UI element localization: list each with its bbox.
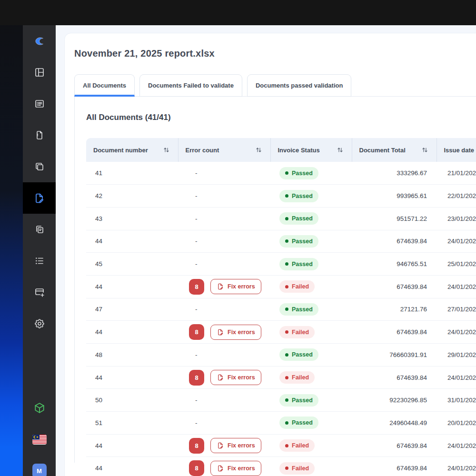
status-label: Passed — [292, 419, 313, 426]
fix-errors-button[interactable]: Fix errors — [210, 438, 261, 453]
cell-document-total: 27121.76 — [352, 298, 436, 321]
fix-errors-label: Fix errors — [228, 329, 255, 336]
file-icon — [34, 129, 45, 141]
table-row: 448Fix errorsFailed674639.8424/01/2025 — [86, 366, 476, 389]
sort-icon[interactable] — [256, 147, 262, 153]
left-gradient-rail — [0, 0, 23, 476]
table-row: 45-Passed946765.5125/01/2025 — [86, 253, 476, 276]
cell-document-number: 44 — [86, 434, 178, 457]
sidebar-item-m-app[interactable]: M — [23, 455, 56, 476]
cell-document-number: 44 — [86, 275, 178, 298]
column-error-count: Error count — [178, 138, 270, 162]
cell-document-total: 76660391.91 — [352, 344, 436, 367]
status-dot — [285, 353, 288, 357]
error-count-wrap: 8Fix errors — [189, 460, 270, 476]
sidebar-spacer — [23, 339, 56, 392]
cell-issue-date: 20/01/2025 — [436, 412, 476, 435]
column-label: Error count — [186, 147, 219, 154]
cell-document-total: 674639.84 — [352, 321, 436, 344]
sidebar-item-validate-active[interactable] — [23, 182, 56, 214]
fix-errors-label: Fix errors — [228, 442, 255, 449]
list-details-icon — [34, 98, 45, 109]
column-label: Invoice Status — [278, 147, 320, 154]
error-count-badge: 8 — [189, 279, 204, 295]
cell-document-total: 674639.84 — [352, 434, 436, 457]
cell-document-number: 50 — [86, 389, 178, 412]
status-dot — [285, 398, 288, 402]
error-count-badge: 8 — [189, 438, 204, 454]
fix-errors-label: Fix errors — [228, 283, 255, 290]
column-invoice-status: Invoice Status — [270, 138, 352, 162]
top-black-band — [0, 0, 476, 25]
section-title: All Documents (41/41) — [86, 113, 476, 122]
sort-icon[interactable] — [422, 147, 428, 153]
status-label: Failed — [292, 329, 309, 336]
tab-documents-failed[interactable]: Documents Failed to validate — [139, 74, 242, 97]
fix-errors-button[interactable]: Fix errors — [210, 370, 261, 385]
cell-document-number: 48 — [86, 344, 178, 367]
status-badge-failed: Failed — [279, 280, 315, 293]
cell-error-count: 8Fix errors — [178, 366, 270, 389]
sidebar-logo[interactable] — [23, 25, 56, 57]
status-badge-passed: Passed — [279, 394, 318, 407]
sidebar-item-language-flag[interactable] — [23, 424, 56, 455]
status-dot — [285, 330, 288, 334]
cell-issue-date: 24/01/2025 — [436, 366, 476, 389]
table-row: 41-Passed333296.6721/01/2025 — [86, 162, 476, 185]
fix-errors-button[interactable]: Fix errors — [210, 279, 261, 294]
cell-document-number: 44 — [86, 230, 178, 253]
error-count-wrap: 8Fix errors — [189, 370, 270, 386]
cell-invoice-status: Passed — [270, 162, 352, 185]
sidebar-item-file[interactable] — [23, 119, 56, 151]
table-row: 448Fix errorsFailed674639.8424/01/2025 — [86, 434, 476, 457]
file-edit-icon — [217, 465, 224, 472]
table-row: 448Fix errorsFailed674639.8424/01/2025 — [86, 275, 476, 298]
cell-error-count: 8Fix errors — [178, 275, 270, 298]
cell-error-count: - — [178, 298, 270, 321]
sidebar-item-dashboard[interactable] — [23, 57, 56, 88]
column-document-total: Document Total — [352, 138, 436, 162]
page-title: November 21, 2025 report.xlsx — [74, 48, 476, 59]
tab-bar: All Documents Documents Failed to valida… — [74, 74, 476, 97]
status-dot — [285, 307, 288, 311]
cell-document-total: 674639.84 — [352, 275, 436, 298]
malaysia-flag-icon — [32, 435, 47, 445]
cell-error-count: 8Fix errors — [178, 434, 270, 457]
status-badge-passed: Passed — [279, 212, 318, 225]
cell-error-count: - — [178, 253, 270, 276]
fix-errors-button[interactable]: Fix errors — [210, 461, 261, 476]
status-label: Failed — [292, 465, 309, 472]
sort-icon[interactable] — [163, 147, 169, 153]
fix-errors-button[interactable]: Fix errors — [210, 325, 261, 340]
cell-error-count: - — [178, 185, 270, 208]
empty-error-count: - — [195, 351, 198, 358]
cell-invoice-status: Passed — [270, 185, 352, 208]
error-count-wrap: 8Fix errors — [189, 324, 270, 340]
sidebar-item-list[interactable] — [23, 245, 56, 277]
cell-invoice-status: Passed — [270, 412, 352, 435]
error-count-badge: 8 — [189, 370, 204, 386]
cell-issue-date: 23/01/2025 — [436, 207, 476, 230]
status-badge-passed: Passed — [279, 258, 318, 270]
tab-all-documents[interactable]: All Documents — [74, 74, 135, 97]
fix-errors-label: Fix errors — [228, 465, 255, 472]
status-badge-passed: Passed — [279, 303, 318, 316]
sidebar-item-package[interactable] — [23, 392, 56, 424]
sidebar-item-list-details[interactable] — [23, 88, 56, 119]
sidebar-item-table-add[interactable] — [23, 277, 56, 308]
cell-document-total: 24960448.49 — [352, 412, 436, 435]
sidebar-item-reports[interactable] — [23, 214, 56, 245]
settings-gear-icon — [34, 318, 45, 329]
cell-error-count: 8Fix errors — [178, 321, 270, 344]
sidebar-item-settings[interactable] — [23, 308, 56, 339]
empty-error-count: - — [195, 215, 198, 222]
cell-invoice-status: Passed — [270, 253, 352, 276]
error-count-badge: 8 — [189, 324, 204, 340]
cell-document-number: 44 — [86, 321, 178, 344]
sidebar-item-copy[interactable] — [23, 151, 56, 182]
cell-issue-date: 24/01/2025 — [436, 230, 476, 253]
tab-documents-passed[interactable]: Documents passed validation — [247, 74, 352, 97]
status-badge-failed: Failed — [279, 371, 315, 384]
table-row: 48-Passed76660391.9129/01/2025 — [86, 344, 476, 367]
sort-icon[interactable] — [337, 147, 343, 153]
